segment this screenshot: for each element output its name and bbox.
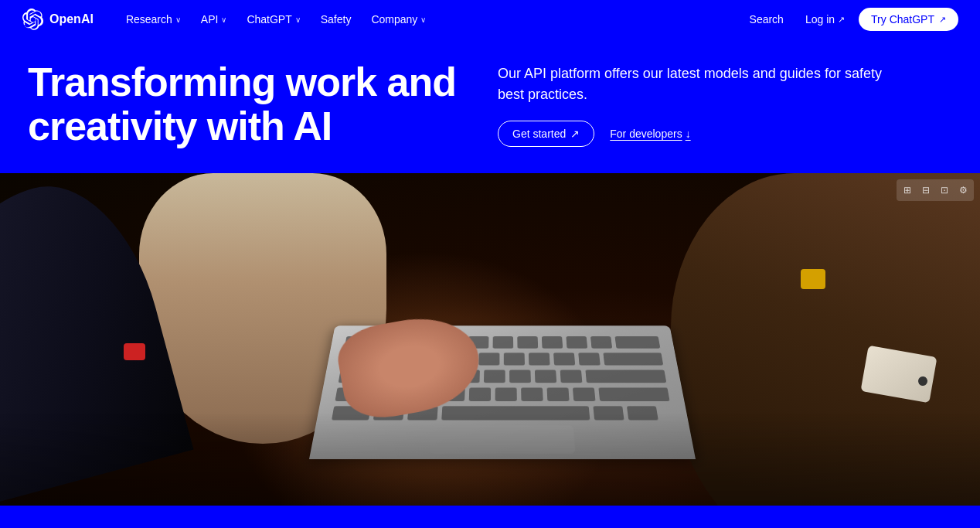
svg-rect-9	[566, 336, 587, 349]
grid-view-button[interactable]: ⊞	[899, 182, 916, 199]
try-arrow-icon: ↗	[939, 15, 946, 25]
svg-rect-8	[542, 336, 563, 349]
brand-name: OpenAI	[49, 12, 94, 26]
svg-rect-31	[560, 370, 583, 383]
research-chevron-icon: ∨	[175, 15, 181, 24]
nav-right: Search Log in ↗ Try ChatGPT ↗	[742, 8, 958, 31]
svg-rect-30	[535, 370, 556, 383]
company-chevron-icon: ∨	[420, 15, 426, 24]
svg-rect-22	[603, 353, 663, 366]
single-view-button[interactable]: ⊟	[917, 182, 934, 199]
get-started-arrow-icon: ↗	[570, 128, 580, 140]
svg-rect-11	[615, 336, 661, 349]
login-arrow-icon: ↗	[838, 15, 845, 25]
yellow-watch	[801, 269, 825, 289]
try-chatgpt-button[interactable]: Try ChatGPT ↗	[859, 8, 958, 31]
nav-links: Research ∨ API ∨ ChatGPT ∨ Safety Compan…	[118, 9, 742, 30]
login-button[interactable]: Log in ↗	[798, 9, 852, 30]
chatgpt-chevron-icon: ∨	[295, 15, 301, 24]
hero-buttons: Get started ↗ For developers ↓	[498, 121, 952, 147]
for-developers-button[interactable]: For developers ↓	[610, 128, 690, 140]
nav-company[interactable]: Company ∨	[363, 9, 434, 30]
scene	[0, 173, 980, 506]
svg-rect-18	[504, 353, 525, 366]
settings-button[interactable]: ⚙	[954, 182, 971, 199]
hero-image	[0, 173, 980, 506]
image-toolbar: ⊞ ⊟ ⊡ ⚙	[897, 179, 974, 201]
svg-rect-32	[585, 370, 666, 383]
search-button[interactable]: Search	[742, 9, 791, 30]
svg-rect-29	[509, 370, 531, 383]
for-devs-arrow-icon: ↓	[686, 128, 691, 140]
svg-rect-10	[590, 336, 612, 349]
svg-rect-6	[493, 336, 514, 349]
hero-description: Our API platform offers our latest model…	[498, 63, 884, 105]
nav-api[interactable]: API ∨	[193, 9, 235, 30]
logo[interactable]: OpenAI	[22, 9, 94, 30]
openai-logo-icon	[22, 9, 43, 30]
svg-rect-7	[517, 336, 538, 349]
svg-rect-28	[484, 370, 505, 383]
svg-rect-39	[521, 388, 543, 401]
bottom-gradient	[0, 413, 980, 506]
hero-right: Our API platform offers our latest model…	[498, 60, 952, 147]
svg-rect-20	[553, 353, 575, 366]
nav-safety[interactable]: Safety	[313, 9, 359, 30]
svg-rect-42	[598, 388, 669, 401]
hero-section: Transforming work and creativity with AI…	[0, 39, 980, 173]
api-chevron-icon: ∨	[221, 15, 226, 24]
nav-research[interactable]: Research ∨	[118, 9, 189, 30]
svg-rect-38	[495, 388, 517, 401]
svg-rect-37	[469, 388, 491, 401]
get-started-button[interactable]: Get started ↗	[498, 121, 594, 147]
expand-view-button[interactable]: ⊡	[936, 182, 953, 199]
hero-left: Transforming work and creativity with AI	[28, 60, 482, 148]
main-nav: OpenAI Research ∨ API ∨ ChatGPT ∨ Safety…	[0, 0, 980, 39]
svg-rect-21	[578, 353, 601, 366]
hero-title: Transforming work and creativity with AI	[28, 60, 482, 148]
svg-rect-17	[478, 353, 499, 366]
svg-rect-19	[529, 353, 550, 366]
svg-rect-41	[573, 388, 596, 401]
hero-image-container: ⊞ ⊟ ⊡ ⚙	[0, 173, 980, 506]
red-watch	[124, 343, 145, 360]
svg-rect-40	[547, 388, 570, 401]
nav-chatgpt[interactable]: ChatGPT ∨	[239, 9, 308, 30]
